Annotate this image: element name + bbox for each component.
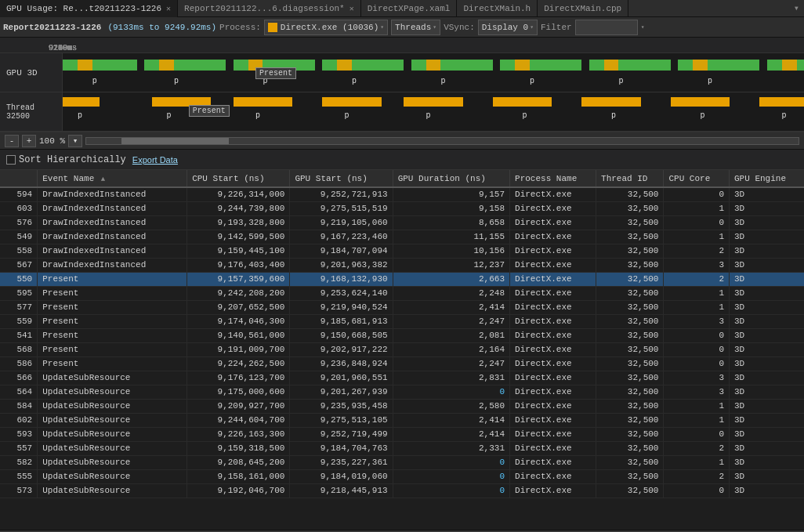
cell-gpu-start: 9,219,940,524 (290, 300, 393, 314)
table-row[interactable]: 566 UpdateSubResource 9,176,123,700 9,20… (0, 371, 804, 385)
threads-dropdown[interactable]: Threads ▾ (391, 20, 440, 35)
process-icon (268, 23, 277, 32)
cell-cpu-core: 1 (664, 399, 730, 413)
cell-cpu-start: 9,193,328,800 (187, 215, 290, 230)
th-id[interactable] (0, 170, 38, 187)
thread-p-label-8: p (701, 111, 705, 120)
thread-p-label-5: p (426, 111, 431, 120)
cell-cpu-start: 9,142,599,500 (187, 230, 290, 244)
sort-hierarchically-check[interactable] (6, 155, 16, 165)
cell-gpu-engine: 3D (729, 201, 804, 215)
table-row[interactable]: 582 UpdateSubResource 9,208,645,200 9,23… (0, 455, 804, 469)
cell-process-name: DirectX.exe (510, 244, 596, 258)
tab-diagsession-close[interactable]: ✕ (349, 4, 354, 13)
table-row[interactable]: 549 DrawIndexedInstanced 9,142,599,500 9… (0, 230, 804, 244)
thread-present-marker: Present (189, 105, 230, 117)
cell-cpu-start: 9,140,561,000 (187, 328, 290, 342)
th-gpu-dur[interactable]: GPU Duration (ns) (393, 170, 509, 187)
display-dropdown[interactable]: Display 0 ▾ (478, 20, 538, 35)
cell-thread-id: 32,500 (596, 201, 664, 215)
cell-process-name: DirectX.exe (510, 427, 596, 441)
table-row[interactable]: 595 Present 9,242,208,200 9,253,624,140 … (0, 286, 804, 300)
table-row[interactable]: 576 DrawIndexedInstanced 9,193,328,800 9… (0, 215, 804, 230)
tab-directxmain-h[interactable]: DirectXMain.h (457, 0, 538, 17)
cell-thread-id: 32,500 (596, 427, 664, 441)
th-thread-id[interactable]: Thread ID (596, 170, 664, 187)
cell-event-name: UpdateSubResource (38, 469, 187, 483)
cell-gpu-dur: 9,157 (393, 187, 509, 201)
cell-cpu-start: 9,158,161,000 (187, 469, 290, 483)
title-bar: GPU Usage: Re...t20211223-1226 ✕ Report2… (0, 0, 804, 17)
table-row[interactable]: 541 Present 9,140,561,000 9,150,668,505 … (0, 328, 804, 342)
table-row[interactable]: 558 DrawIndexedInstanced 9,159,445,100 9… (0, 244, 804, 258)
cell-cpu-start: 9,207,652,500 (187, 300, 290, 314)
cell-gpu-engine: 3D (729, 356, 804, 371)
sort-hierarchically-checkbox[interactable]: Sort Hierarchically (6, 154, 126, 165)
table-row[interactable]: 573 UpdateSubResource 9,192,046,700 9,21… (0, 483, 804, 498)
th-process-name[interactable]: Process Name (510, 170, 596, 187)
thread-p-label-1: p (78, 111, 82, 120)
tab-overflow-button[interactable]: ▾ (789, 2, 804, 14)
cell-gpu-start: 9,201,960,551 (290, 371, 393, 385)
table-row[interactable]: 602 UpdateSubResource 9,244,604,700 9,27… (0, 413, 804, 427)
zoom-minus-button[interactable]: - (5, 135, 19, 147)
cell-thread-id: 32,500 (596, 272, 664, 286)
cell-thread-id: 32,500 (596, 413, 664, 427)
table-row[interactable]: 559 Present 9,174,046,300 9,185,681,913 … (0, 314, 804, 328)
table-row[interactable]: 577 Present 9,207,652,500 9,219,940,524 … (0, 300, 804, 314)
tab-directxpage-xaml[interactable]: DirectXPage.xaml (361, 0, 458, 17)
data-table-wrapper[interactable]: Event Name ▲ CPU Start (ns) GPU Start (n… (0, 170, 804, 530)
zoom-dropdown-button[interactable]: ▾ (68, 135, 82, 147)
cell-process-name: DirectX.exe (510, 469, 596, 483)
table-row[interactable]: 603 DrawIndexedInstanced 9,244,739,800 9… (0, 201, 804, 215)
tab-gpu-usage-close[interactable]: ✕ (166, 4, 171, 13)
table-row[interactable]: 594 DrawIndexedInstanced 9,226,314,000 9… (0, 187, 804, 201)
table-row[interactable]: 555 UpdateSubResource 9,158,161,000 9,18… (0, 469, 804, 483)
tab-diagsession[interactable]: Report20211122...6.diagsession* ✕ (178, 0, 361, 17)
cell-gpu-engine: 3D (729, 187, 804, 201)
cell-gpu-engine: 3D (729, 244, 804, 258)
thread-32500-track[interactable]: p p p p p p p p p Present (63, 92, 804, 131)
table-row[interactable]: 593 UpdateSubResource 9,226,163,300 9,25… (0, 427, 804, 441)
cell-thread-id: 32,500 (596, 399, 664, 413)
cell-gpu-dur: 12,237 (393, 258, 509, 272)
cell-gpu-dur: 0 (393, 469, 509, 483)
process-dropdown[interactable]: DirectX.exe (10036) ▾ (264, 20, 388, 35)
cell-gpu-start: 9,168,132,930 (290, 272, 393, 286)
gpu-3d-track[interactable]: p p p p p p p p Present (63, 53, 804, 92)
vsync-label: VSync: (444, 23, 475, 32)
export-data-button[interactable]: Export Data (132, 155, 178, 165)
timeline-area: 9140ms 9150ms 9160ms 9170ms 9180ms 9190m… (0, 38, 804, 132)
threads-label: Threads (395, 23, 431, 32)
filter-input[interactable] (575, 20, 638, 35)
cell-gpu-engine: 3D (729, 342, 804, 356)
th-gpu-start[interactable]: GPU Start (ns) (290, 170, 393, 187)
cell-id: 549 (0, 230, 38, 244)
thread-p-label-3: p (255, 111, 260, 120)
table-row[interactable]: 567 DrawIndexedInstanced 9,176,403,400 9… (0, 258, 804, 272)
table-row[interactable]: 568 Present 9,191,009,700 9,202,917,222 … (0, 342, 804, 356)
timeline-scrollbar[interactable] (85, 137, 799, 145)
th-cpu-start[interactable]: CPU Start (ns) (187, 170, 290, 187)
table-row[interactable]: 584 UpdateSubResource 9,209,927,700 9,23… (0, 399, 804, 413)
toolbar-time-range: (9133ms to 9249.92ms) (107, 23, 216, 32)
cell-thread-id: 32,500 (596, 441, 664, 455)
cell-thread-id: 32,500 (596, 469, 664, 483)
tab-directxmain-cpp[interactable]: DirectXMain.cpp (538, 0, 628, 17)
table-row[interactable]: 586 Present 9,224,262,500 9,236,848,924 … (0, 356, 804, 371)
cell-process-name: DirectX.exe (510, 215, 596, 230)
cell-gpu-dur: 10,156 (393, 244, 509, 258)
cell-gpu-start: 9,252,721,913 (290, 187, 393, 201)
cell-event-name: Present (38, 286, 187, 300)
tab-gpu-usage-label: GPU Usage: Re...t20211223-1226 (6, 4, 161, 13)
cell-gpu-engine: 3D (729, 215, 804, 230)
table-row[interactable]: 557 UpdateSubResource 9,159,318,500 9,18… (0, 441, 804, 455)
table-row[interactable]: 550 Present 9,157,359,600 9,168,132,930 … (0, 272, 804, 286)
table-row[interactable]: 564 UpdateSubResource 9,175,000,600 9,20… (0, 385, 804, 399)
tab-gpu-usage[interactable]: GPU Usage: Re...t20211223-1226 ✕ (0, 0, 178, 17)
zoom-plus-button[interactable]: + (22, 135, 36, 147)
th-event-name[interactable]: Event Name ▲ (38, 170, 187, 187)
th-gpu-engine[interactable]: GPU Engine (729, 170, 804, 187)
th-cpu-core[interactable]: CPU Core (664, 170, 730, 187)
cell-thread-id: 32,500 (596, 230, 664, 244)
